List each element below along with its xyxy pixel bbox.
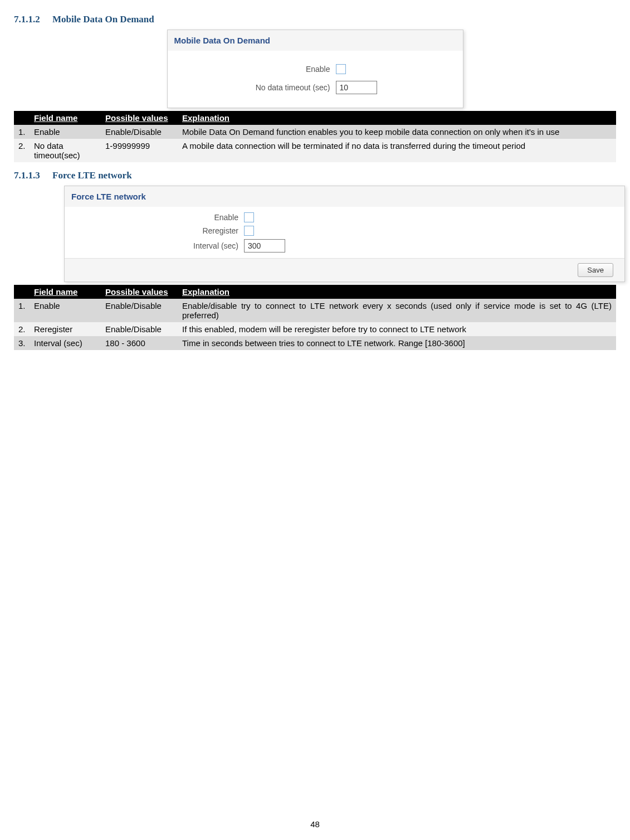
section-number: 7.1.1.3: [14, 170, 40, 181]
force-lte-ui-title: Force LTE network: [65, 186, 624, 207]
save-button[interactable]: Save: [578, 263, 613, 277]
table-row: 2. No data timeout(sec) 1-99999999 A mob…: [14, 139, 616, 162]
enable-checkbox[interactable]: [336, 64, 346, 74]
section-heading-mobile-data: 7.1.1.2 Mobile Data On Demand: [14, 14, 616, 25]
th-num: [14, 285, 30, 299]
force-lte-table: Field name Possible values Explanation 1…: [14, 285, 616, 350]
lte-enable-checkbox[interactable]: [244, 212, 254, 222]
th-explanation: Explanation: [178, 285, 616, 299]
th-field: Field name: [30, 285, 101, 299]
mobile-data-ui-figure: Mobile Data On Demand Enable No data tim…: [167, 30, 463, 108]
timeout-label: No data timeout (sec): [174, 83, 336, 92]
th-values: Possible values: [101, 285, 178, 299]
table-row: 2. Reregister Enable/Disable If this ena…: [14, 322, 616, 336]
section-title: Mobile Data On Demand: [52, 14, 154, 25]
section-number: 7.1.1.2: [14, 14, 40, 25]
force-lte-ui-figure: Force LTE network Enable Reregister Inte…: [64, 186, 625, 282]
interval-label: Interval (sec): [71, 241, 244, 250]
table-row: 1. Enable Enable/Disable Mobile Data On …: [14, 125, 616, 139]
reregister-label: Reregister: [71, 226, 244, 235]
th-field: Field name: [30, 111, 101, 125]
timeout-input[interactable]: [336, 81, 377, 94]
interval-input[interactable]: [244, 239, 285, 253]
table-row: 1. Enable Enable/Disable Enable/disable …: [14, 299, 616, 322]
th-values: Possible values: [101, 111, 178, 125]
lte-enable-label: Enable: [71, 213, 244, 222]
section-heading-force-lte: 7.1.1.3 Force LTE network: [14, 170, 616, 181]
table-row: 3. Interval (sec) 180 - 3600 Time in sec…: [14, 336, 616, 350]
reregister-checkbox[interactable]: [244, 226, 254, 236]
section-title: Force LTE network: [52, 170, 132, 181]
th-explanation: Explanation: [178, 111, 616, 125]
mobile-data-ui-title: Mobile Data On Demand: [168, 30, 463, 51]
mobile-data-table: Field name Possible values Explanation 1…: [14, 111, 616, 162]
th-num: [14, 111, 30, 125]
enable-label: Enable: [174, 65, 336, 74]
